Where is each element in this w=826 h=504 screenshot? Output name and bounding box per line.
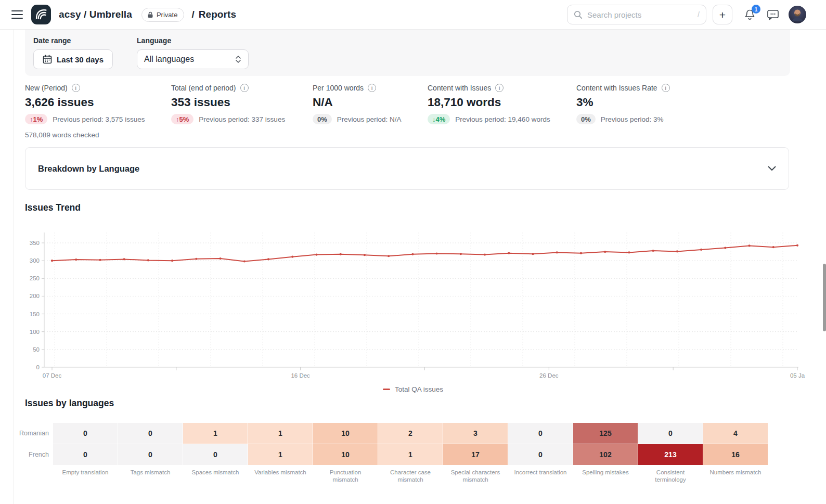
breadcrumb-project[interactable]: acsy / Umbrella [59,9,132,20]
stat-card: Content with Issues Ratei3%0%Previous pe… [576,84,670,139]
stat-previous-period: Previous period: 3,575 issues [53,115,145,123]
breakdown-by-language-card[interactable]: Breakdown by Language [25,147,789,190]
privacy-badge-label: Private [157,11,177,19]
stat-delta-badge: ↑5% [171,114,193,124]
search-shortcut-hint: / [698,10,700,19]
heatmap-cell[interactable]: 0 [118,444,183,465]
info-icon[interactable]: i [368,84,376,92]
heatmap-cell[interactable]: 4 [703,423,768,444]
heatmap-column-label: Special characters mismatch [443,469,508,483]
heatmap-cell[interactable]: 17 [443,444,508,465]
heatmap-cell[interactable]: 102 [573,444,638,465]
stat-label: Per 1000 words [313,84,364,92]
svg-text:50: 50 [33,346,40,353]
stat-label: Content with Issues [428,84,491,92]
heatmap-cell[interactable]: 10 [313,423,378,444]
heatmap-column-label: Tags mismatch [118,469,183,483]
svg-text:05 Ja: 05 Ja [790,372,805,379]
stat-delta-badge: ↓4% [428,114,450,124]
svg-text:350: 350 [30,240,40,246]
search-icon [574,10,583,19]
stat-card: Total (end of period)i353 issues↑5%Previ… [171,84,313,139]
heatmap-cell[interactable]: 213 [638,444,703,465]
legend-swatch [383,389,390,390]
filters-panel: Date range Last 30 days Language All lan… [25,30,790,76]
lock-icon [147,11,153,18]
stat-value: 353 issues [171,96,313,109]
heatmap-cell[interactable]: 0 [183,444,248,465]
heatmap-cell[interactable]: 1 [248,423,313,444]
notification-badge: 1 [752,5,760,14]
app-logo[interactable] [31,5,51,24]
heatmap-column-labels: Empty translationTags mismatchSpaces mis… [25,469,772,483]
heatmap-column-label: Character case mismatch [378,469,443,483]
heatmap-cell[interactable]: 0 [638,423,703,444]
privacy-badge: Private [141,8,184,22]
heatmap-column-label: Numbers mismatch [703,469,768,483]
stat-delta-badge: ↑1% [25,114,47,124]
create-new-button[interactable]: + [713,5,732,24]
stat-value: 18,710 words [428,96,576,109]
issues-by-languages-title: Issues by languages [25,398,114,409]
stat-value: 3,626 issues [25,96,171,109]
stat-previous-period: Previous period: 19,460 words [455,115,550,123]
heatmap-cell[interactable]: 0 [508,423,573,444]
search-box: / [567,5,706,24]
svg-text:07 Dec: 07 Dec [43,372,62,379]
heatmap-column-label: Spelling mistakes [573,469,638,483]
search-input[interactable] [587,10,693,19]
heatmap-cell[interactable]: 3 [443,423,508,444]
heatmap-row-label: Romanian [25,423,53,444]
user-avatar[interactable] [789,6,806,23]
svg-text:150: 150 [30,311,40,317]
heatmap-cell[interactable]: 10 [313,444,378,465]
breakdown-title: Breakdown by Language [38,164,139,174]
reports-page: acsy / Umbrella Private / Reports / + [0,0,826,504]
heatmap-row: French000110117010221316 [25,444,772,465]
navbar-right: / + 1 [567,5,806,24]
heatmap-cell[interactable]: 0 [53,444,118,465]
chart-legend-item[interactable]: Total QA issues [0,385,826,393]
date-range-value: Last 30 days [57,55,104,64]
select-arrows-icon [235,55,241,63]
heatmap-cell[interactable]: 1 [183,423,248,444]
stat-card: New (Period)i3,626 issues↑1%Previous per… [25,84,171,139]
calendar-icon [43,55,52,64]
info-icon[interactable]: i [72,84,80,92]
heatmap-column-label: Spaces mismatch [183,469,248,483]
language-select[interactable]: All languages [137,49,249,69]
stat-previous-period: Previous period: N/A [337,115,402,123]
date-range-button[interactable]: Last 30 days [33,49,113,69]
heatmap-cell[interactable]: 125 [573,423,638,444]
heatmap-cell[interactable]: 0 [53,423,118,444]
heatmap-row: Romanian00111023012504 [25,423,772,444]
svg-text:200: 200 [30,293,40,299]
heatmap-cell[interactable]: 16 [703,444,768,465]
info-icon[interactable]: i [662,84,670,92]
hamburger-menu-icon[interactable] [11,10,23,19]
heatmap-cell[interactable]: 2 [378,423,443,444]
chevron-down-icon[interactable] [768,166,776,171]
svg-text:300: 300 [30,257,40,264]
stat-label: Total (end of period) [171,84,236,92]
language-select-value: All languages [144,55,194,64]
issues-trend-chart: 05010015020025030035007 Dec16 Dec26 Dec0… [0,229,826,381]
breadcrumb-separator: / [191,9,194,20]
notifications-button[interactable]: 1 [744,8,756,21]
info-icon[interactable]: i [240,84,249,92]
chat-icon [767,9,779,20]
stat-value: N/A [313,96,428,109]
feedback-button[interactable] [767,9,779,20]
heatmap-cell[interactable]: 1 [378,444,443,465]
stat-delta-badge: 0% [313,114,332,124]
heatmap-cell[interactable]: 1 [248,444,313,465]
heatmap-cell[interactable]: 0 [118,423,183,444]
stat-words-checked: 578,089 words checked [25,131,171,139]
heatmap-cell[interactable]: 0 [508,444,573,465]
svg-text:250: 250 [30,275,40,281]
page-title: Reports [199,9,237,20]
info-icon[interactable]: i [495,84,504,92]
heatmap-column-label: Empty translation [53,469,118,483]
vertical-scrollbar[interactable] [823,264,826,331]
legend-label: Total QA issues [395,385,443,393]
